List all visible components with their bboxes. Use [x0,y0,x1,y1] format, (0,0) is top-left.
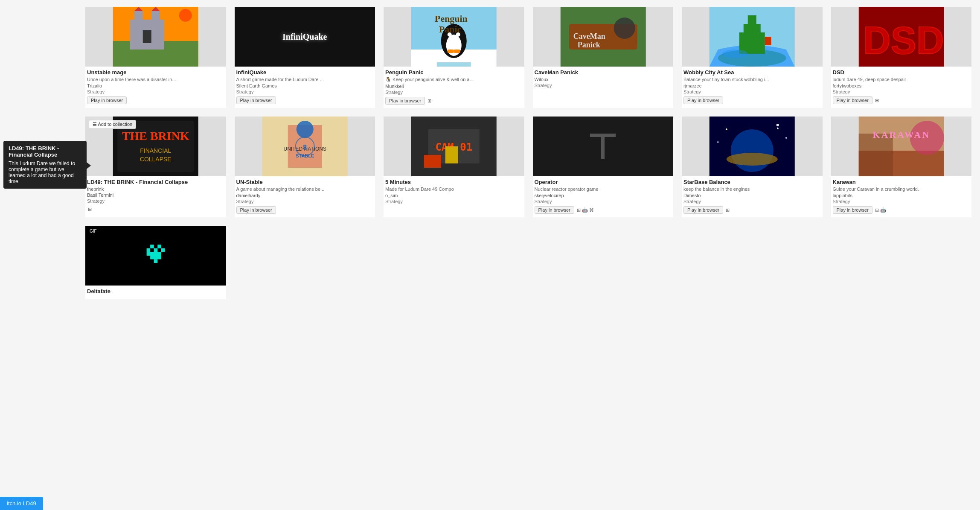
android-icon: 🤖 [582,207,588,213]
svg-text:COLLAPSE: COLLAPSE [140,156,172,163]
bottom-bar[interactable]: itch.io LD49 [0,497,43,510]
svg-point-24 [614,17,635,39]
game-thumbnail: UNITED NATIONS STABLE 8 [235,117,375,176]
game-title: 5 Minutes [385,179,523,185]
thumbnail-wrapper: Penguin Panic [384,7,524,67]
game-card[interactable]: UNITED NATIONS STABLE 8 UN-StableA game … [235,117,375,217]
thumbnail-wrapper: KARAWAN [831,117,972,176]
game-card[interactable]: THE BRINK FINANCIAL COLLAPSE ☰ Add to co… [85,117,226,217]
game-author: danielhardy [236,193,374,198]
svg-point-42 [296,121,313,138]
game-description: Nuclear reactor operator game [535,187,672,192]
game-thumbnail [85,7,226,67]
play-row: Play in browser [683,96,821,104]
thumbnail-wrapper: CAM 01 [384,117,524,176]
thumbnail-wrapper: GIF [85,226,226,286]
game-title: Penguin Panic [385,69,523,76]
game-card[interactable]: Penguin Panic Penguin Panic🐧 Keep your p… [384,7,524,108]
play-row: Play in browser⊞ [683,206,821,214]
game-thumbnail [533,117,674,176]
platform-icons: ⊞ [726,207,730,213]
game-card[interactable]: OperatorNuclear reactor operator gameske… [533,117,674,217]
svg-rect-17 [437,62,471,67]
play-in-browser-button[interactable]: Play in browser [87,96,127,104]
play-in-browser-button[interactable]: Play in browser [535,206,574,214]
mac-icon: ⌘ [589,207,594,213]
game-info: OperatorNuclear reactor operator gameske… [533,176,674,217]
game-author: rjmarzec [683,83,821,88]
svg-rect-69 [154,248,157,252]
play-in-browser-button[interactable]: Play in browser [833,96,872,104]
play-in-browser-button[interactable]: Play in browser [236,96,276,104]
game-genre: Strategy [683,199,821,204]
game-thumbnail [682,7,823,67]
svg-rect-71 [161,248,165,252]
play-in-browser-button[interactable]: Play in browser [385,97,425,105]
game-author2: Basil Termini [87,192,224,198]
windows-icon: ⊞ [875,207,879,213]
game-title: LD49: THE BRINK - Financial Collapse [87,179,224,185]
svg-rect-52 [590,134,616,137]
game-title: Deltafate [87,288,224,294]
thumbnail-wrapper: THE BRINK FINANCIAL COLLAPSE ☰ Add to co… [85,117,226,176]
play-in-browser-button[interactable]: Play in browser [683,96,723,104]
game-genre: Strategy [236,89,374,94]
svg-text:KARAWAN: KARAWAN [872,129,930,140]
game-genre: Strategy [87,198,224,204]
game-card[interactable]: StarBase Balancekeep the balance in the … [682,117,823,217]
tooltip-arrow [87,162,91,169]
svg-text:Panic: Panic [439,24,462,35]
game-thumbnail: InfiniQuake [235,7,375,67]
svg-rect-51 [445,146,458,163]
game-thumbnail [682,117,823,176]
game-thumbnail: DSD DSD [831,7,972,67]
game-card[interactable]: CAM 01 5 MinutesMade for Ludum Dare 49 C… [384,117,524,217]
game-card[interactable]: InfiniQuakeInfiniQuakeA short game made … [235,7,375,108]
svg-rect-73 [150,256,161,259]
svg-point-58 [776,124,779,126]
game-author: Munkkeli [385,84,523,89]
game-description: Unce upon a time there was a disaster in… [87,77,224,82]
game-title: StarBase Balance [683,179,821,185]
play-in-browser-button[interactable]: Play in browser [683,206,723,214]
add-collection-button[interactable]: ☰ Add to collection [89,120,136,129]
platform-icons: ⊞ [427,98,431,104]
thumbnail-wrapper [682,117,823,176]
game-info: Penguin Panic🐧 Keep your penguins alive … [384,67,524,108]
game-info: LD49: THE BRINK - Financial Collapsetheb… [85,176,226,216]
svg-text:Panick: Panick [577,41,600,49]
svg-rect-72 [146,252,161,256]
game-card[interactable]: CaveMan Panick CaveMan PanickWilouxStrat… [533,7,674,108]
game-card[interactable]: GIFDeltafate [85,226,226,299]
game-genre: Strategy [385,90,523,95]
game-genre: Strategy [535,83,672,88]
svg-rect-3 [134,11,143,24]
thumbnail-wrapper: DSD DSD [831,7,972,67]
game-author: o_sim [385,193,523,198]
game-info: KarawanGuide your Caravan in a crumbling… [831,176,972,217]
game-genre: Strategy [833,89,970,94]
thumbnail-wrapper: InfiniQuake [235,7,375,67]
thumbnail-wrapper [682,7,823,67]
play-row: Play in browser⊞🤖 [833,206,970,214]
svg-rect-64 [858,134,893,176]
game-author: Trizalio [87,83,224,88]
game-info: UN-StableA game about managing the relat… [235,176,375,217]
play-in-browser-button[interactable]: Play in browser [833,206,872,214]
sidebar: LD49: THE BRINK - Financial Collapse Thi… [0,0,77,510]
game-card[interactable]: KARAWAN KarawanGuide your Caravan in a c… [831,117,972,217]
svg-rect-67 [146,248,150,252]
game-author: fortytwoboxes [833,83,970,88]
game-author: skelyvelocirep [535,193,672,198]
page-layout: LD49: THE BRINK - Financial Collapse Thi… [0,0,980,510]
game-genre: Strategy [87,89,224,94]
tooltip-box: LD49: THE BRINK - Financial Collapse Thi… [3,141,87,189]
game-description: Balance your tiny town stuck wobbling i.… [683,77,821,82]
game-card[interactable]: Unstable mageUnce upon a time there was … [85,7,226,108]
game-card[interactable]: Wobbly City At SeaBalance your tiny town… [682,7,823,108]
game-description: ludum dare 49, deep space despair [833,77,970,82]
svg-text:DSD: DSD [863,19,944,62]
play-in-browser-button[interactable]: Play in browser [236,206,276,214]
game-card[interactable]: DSD DSD DSDludum dare 49, deep space des… [831,7,972,108]
game-description: Guide your Caravan in a crumbling world. [833,187,970,192]
